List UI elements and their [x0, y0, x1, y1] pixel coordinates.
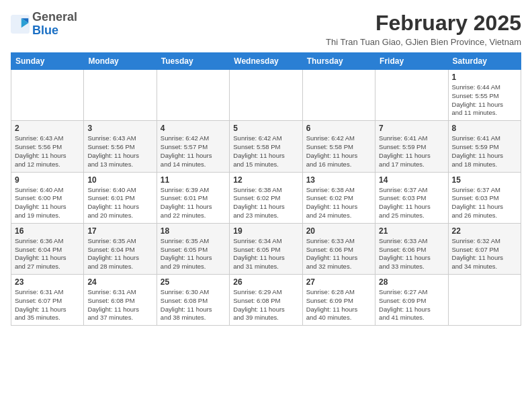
- day-info: Sunrise: 6:41 AM Sunset: 5:59 PM Dayligh…: [452, 134, 517, 169]
- weekday-sunday: Sunday: [11, 53, 84, 70]
- location-subtitle: Thi Tran Tuan Giao, GJien Bien Province,…: [326, 37, 521, 47]
- day-info: Sunrise: 6:43 AM Sunset: 5:56 PM Dayligh…: [15, 134, 80, 169]
- day-info: Sunrise: 6:33 AM Sunset: 6:06 PM Dayligh…: [379, 237, 444, 271]
- calendar-cell: 16Sunrise: 6:36 AM Sunset: 6:04 PM Dayli…: [11, 223, 84, 274]
- calendar-cell: 19Sunrise: 6:34 AM Sunset: 6:05 PM Dayli…: [230, 223, 302, 274]
- day-info: Sunrise: 6:44 AM Sunset: 5:55 PM Dayligh…: [452, 83, 517, 118]
- day-number: 6: [306, 124, 371, 133]
- calendar-cell: 25Sunrise: 6:30 AM Sunset: 6:08 PM Dayli…: [157, 275, 229, 326]
- svg-rect-0: [11, 15, 30, 34]
- day-number: 10: [87, 175, 152, 185]
- day-info: Sunrise: 6:38 AM Sunset: 6:02 PM Dayligh…: [233, 186, 298, 220]
- calendar-cell: 26Sunrise: 6:29 AM Sunset: 6:08 PM Dayli…: [230, 275, 302, 326]
- calendar-cell: 10Sunrise: 6:40 AM Sunset: 6:01 PM Dayli…: [84, 172, 157, 223]
- calendar-week-2: 2Sunrise: 6:43 AM Sunset: 5:56 PM Daylig…: [11, 121, 521, 172]
- calendar-cell: [375, 70, 448, 121]
- day-number: 15: [452, 175, 517, 185]
- title-block: February 2025 Thi Tran Tuan Giao, GJien …: [326, 11, 521, 47]
- day-number: 22: [452, 226, 517, 236]
- day-number: 19: [233, 226, 298, 236]
- calendar-cell: 14Sunrise: 6:37 AM Sunset: 6:03 PM Dayli…: [375, 172, 448, 223]
- calendar-cell: 28Sunrise: 6:27 AM Sunset: 6:09 PM Dayli…: [375, 275, 448, 326]
- day-info: Sunrise: 6:39 AM Sunset: 6:01 PM Dayligh…: [161, 186, 226, 220]
- day-number: 25: [161, 277, 226, 287]
- calendar-cell: [11, 70, 84, 121]
- day-info: Sunrise: 6:42 AM Sunset: 5:57 PM Dayligh…: [161, 134, 226, 169]
- day-info: Sunrise: 6:29 AM Sunset: 6:08 PM Dayligh…: [233, 288, 298, 322]
- calendar-cell: [157, 70, 229, 121]
- day-number: 26: [233, 277, 298, 287]
- weekday-tuesday: Tuesday: [157, 53, 229, 70]
- day-info: Sunrise: 6:31 AM Sunset: 6:07 PM Dayligh…: [15, 288, 80, 322]
- day-number: 14: [379, 175, 444, 185]
- day-number: 27: [306, 277, 371, 287]
- day-number: 18: [161, 226, 226, 236]
- day-info: Sunrise: 6:37 AM Sunset: 6:03 PM Dayligh…: [379, 186, 444, 220]
- day-number: 24: [87, 277, 152, 287]
- month-year-title: February 2025: [326, 11, 521, 36]
- day-number: 5: [233, 124, 298, 133]
- day-number: 21: [379, 226, 444, 236]
- day-number: 12: [233, 175, 298, 185]
- day-info: Sunrise: 6:41 AM Sunset: 5:59 PM Dayligh…: [379, 134, 444, 169]
- calendar-cell: 20Sunrise: 6:33 AM Sunset: 6:06 PM Dayli…: [302, 223, 375, 274]
- day-info: Sunrise: 6:34 AM Sunset: 6:05 PM Dayligh…: [233, 237, 298, 271]
- calendar-cell: 13Sunrise: 6:38 AM Sunset: 6:02 PM Dayli…: [302, 172, 375, 223]
- logo: General Blue: [11, 11, 77, 38]
- day-info: Sunrise: 6:37 AM Sunset: 6:03 PM Dayligh…: [452, 186, 517, 220]
- calendar-cell: 4Sunrise: 6:42 AM Sunset: 5:57 PM Daylig…: [157, 121, 229, 172]
- day-info: Sunrise: 6:42 AM Sunset: 5:58 PM Dayligh…: [306, 134, 371, 169]
- day-number: 9: [15, 175, 80, 185]
- day-info: Sunrise: 6:28 AM Sunset: 6:09 PM Dayligh…: [306, 288, 371, 322]
- calendar-cell: 21Sunrise: 6:33 AM Sunset: 6:06 PM Dayli…: [375, 223, 448, 274]
- day-number: 28: [379, 277, 444, 287]
- calendar-cell: 18Sunrise: 6:35 AM Sunset: 6:05 PM Dayli…: [157, 223, 229, 274]
- day-info: Sunrise: 6:36 AM Sunset: 6:04 PM Dayligh…: [15, 237, 80, 271]
- calendar-cell: 3Sunrise: 6:43 AM Sunset: 5:56 PM Daylig…: [84, 121, 157, 172]
- day-number: 23: [15, 277, 80, 287]
- day-number: 17: [87, 226, 152, 236]
- calendar-week-3: 9Sunrise: 6:40 AM Sunset: 6:00 PM Daylig…: [11, 172, 521, 223]
- calendar-cell: 15Sunrise: 6:37 AM Sunset: 6:03 PM Dayli…: [448, 172, 521, 223]
- day-number: 1: [452, 73, 517, 82]
- weekday-monday: Monday: [84, 53, 157, 70]
- day-info: Sunrise: 6:40 AM Sunset: 6:00 PM Dayligh…: [15, 186, 80, 220]
- calendar-cell: 2Sunrise: 6:43 AM Sunset: 5:56 PM Daylig…: [11, 121, 84, 172]
- weekday-thursday: Thursday: [302, 53, 375, 70]
- weekday-header-row: SundayMondayTuesdayWednesdayThursdayFrid…: [11, 53, 521, 70]
- day-number: 4: [161, 124, 226, 133]
- calendar-cell: 11Sunrise: 6:39 AM Sunset: 6:01 PM Dayli…: [157, 172, 229, 223]
- calendar-header: SundayMondayTuesdayWednesdayThursdayFrid…: [11, 53, 521, 70]
- day-info: Sunrise: 6:35 AM Sunset: 6:05 PM Dayligh…: [161, 237, 226, 271]
- logo-general-text: General: [32, 10, 77, 24]
- calendar-week-5: 23Sunrise: 6:31 AM Sunset: 6:07 PM Dayli…: [11, 275, 521, 326]
- calendar-cell: 5Sunrise: 6:42 AM Sunset: 5:58 PM Daylig…: [230, 121, 302, 172]
- calendar-cell: 23Sunrise: 6:31 AM Sunset: 6:07 PM Dayli…: [11, 275, 84, 326]
- calendar-cell: 9Sunrise: 6:40 AM Sunset: 6:00 PM Daylig…: [11, 172, 84, 223]
- day-info: Sunrise: 6:33 AM Sunset: 6:06 PM Dayligh…: [306, 237, 371, 271]
- day-info: Sunrise: 6:32 AM Sunset: 6:07 PM Dayligh…: [452, 237, 517, 271]
- calendar-cell: 7Sunrise: 6:41 AM Sunset: 5:59 PM Daylig…: [375, 121, 448, 172]
- day-number: 2: [15, 124, 80, 133]
- calendar-cell: 17Sunrise: 6:35 AM Sunset: 6:04 PM Dayli…: [84, 223, 157, 274]
- calendar-cell: 27Sunrise: 6:28 AM Sunset: 6:09 PM Dayli…: [302, 275, 375, 326]
- calendar-cell: [230, 70, 302, 121]
- calendar-body: 1Sunrise: 6:44 AM Sunset: 5:55 PM Daylig…: [11, 70, 521, 326]
- weekday-friday: Friday: [375, 53, 448, 70]
- day-info: Sunrise: 6:31 AM Sunset: 6:08 PM Dayligh…: [87, 288, 152, 322]
- calendar-cell: 22Sunrise: 6:32 AM Sunset: 6:07 PM Dayli…: [448, 223, 521, 274]
- logo-blue-text: Blue: [32, 24, 58, 37]
- day-number: 7: [379, 124, 444, 133]
- day-number: 13: [306, 175, 371, 185]
- calendar-cell: 12Sunrise: 6:38 AM Sunset: 6:02 PM Dayli…: [230, 172, 302, 223]
- calendar-cell: [302, 70, 375, 121]
- day-info: Sunrise: 6:35 AM Sunset: 6:04 PM Dayligh…: [87, 237, 152, 271]
- day-number: 8: [452, 124, 517, 133]
- calendar-cell: 24Sunrise: 6:31 AM Sunset: 6:08 PM Dayli…: [84, 275, 157, 326]
- calendar-cell: 1Sunrise: 6:44 AM Sunset: 5:55 PM Daylig…: [448, 70, 521, 121]
- day-info: Sunrise: 6:43 AM Sunset: 5:56 PM Dayligh…: [87, 134, 152, 169]
- calendar-cell: [448, 275, 521, 326]
- day-info: Sunrise: 6:42 AM Sunset: 5:58 PM Dayligh…: [233, 134, 298, 169]
- page-header: General Blue February 2025 Thi Tran Tuan…: [11, 11, 521, 47]
- day-number: 11: [161, 175, 226, 185]
